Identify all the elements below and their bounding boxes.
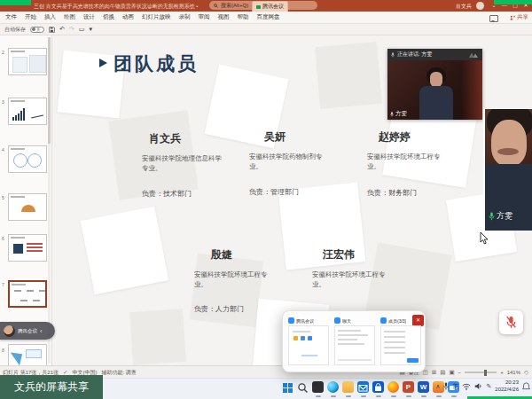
thumbnail-scrollbar-thumb[interactable] xyxy=(48,37,51,144)
member-name: 殷婕 xyxy=(211,247,232,262)
redo-icon: ↷ xyxy=(69,26,74,33)
mic-icon xyxy=(391,52,395,58)
qat-dropdown-icon[interactable]: ▾ xyxy=(89,26,92,33)
person-face xyxy=(430,72,442,87)
video-background xyxy=(461,60,482,120)
tab-transitions[interactable]: 切换 xyxy=(103,13,114,21)
slide-thumbnail-selected[interactable] xyxy=(8,280,47,308)
zoom-out-button[interactable]: − xyxy=(458,370,462,375)
pen-icon[interactable]: ✎ xyxy=(486,383,491,390)
meeting-speaker-window[interactable]: 正在讲话: 方雯 方雯 xyxy=(387,49,482,120)
window-preview-members[interactable]: 成员(3/3) ✕ xyxy=(380,316,421,367)
thumbnail-art xyxy=(11,348,27,365)
texture-square xyxy=(81,207,169,295)
slide-thumbnail[interactable] xyxy=(8,145,47,173)
tab-design[interactable]: 设计 xyxy=(83,13,95,21)
mic-muted-indicator[interactable] xyxy=(499,310,523,334)
account-avatar[interactable] xyxy=(476,2,484,10)
account-name[interactable]: 肖文兵 xyxy=(456,3,472,11)
running-indicator xyxy=(421,395,426,397)
slide-thumbnail[interactable] xyxy=(8,48,47,75)
thumbnail-art xyxy=(21,205,35,212)
window-preview-meeting[interactable]: 腾讯会议 xyxy=(288,316,329,367)
accessibility-status[interactable]: 辅助功能: 调查 xyxy=(101,369,136,377)
thumbnail-art xyxy=(27,250,43,252)
preview-thumbnail[interactable] xyxy=(380,325,421,365)
tab-baidu-netdisk[interactable]: 百度网盘 xyxy=(257,13,280,21)
zoom-level[interactable]: 141% xyxy=(507,370,520,375)
thumbnail-number: 3 xyxy=(2,99,4,105)
slide-thumbnail[interactable] xyxy=(8,344,47,365)
tab-draw[interactable]: 绘图 xyxy=(64,13,75,21)
thumbnail-art xyxy=(14,290,21,292)
thumbnail-art xyxy=(33,300,40,301)
texture-square xyxy=(190,254,264,328)
taskbar-icons: P W xyxy=(282,381,459,393)
zoom-in-button[interactable]: + xyxy=(500,370,504,375)
member-desc: 安徽科技学院环境工程专业。 xyxy=(312,270,397,289)
firefox-icon[interactable] xyxy=(387,381,399,393)
member-name: 吴妍 xyxy=(264,129,286,145)
tab-help[interactable]: 帮助 xyxy=(238,13,249,21)
tab-insert[interactable]: 插入 xyxy=(44,13,56,21)
mail-icon[interactable] xyxy=(357,381,369,393)
fit-slide-icon[interactable]: ◇ xyxy=(524,369,528,376)
thumbnail-art xyxy=(27,246,43,248)
thumbnail-art xyxy=(12,57,27,73)
slide-thumbnail[interactable] xyxy=(8,234,47,262)
share-button-label: 共享 xyxy=(517,13,528,21)
tab-home[interactable]: 开始 xyxy=(25,13,36,21)
slide-sorter-view-icon[interactable]: ⊞ xyxy=(432,369,436,376)
share-button[interactable]: 共享 xyxy=(510,13,528,21)
start-slideshow-icon[interactable]: ▭ xyxy=(79,26,85,33)
save-icon[interactable] xyxy=(49,27,55,33)
start-button-icon[interactable] xyxy=(282,381,293,393)
undo-icon[interactable]: ↶ xyxy=(59,26,65,33)
taskbar-search-icon[interactable] xyxy=(297,381,309,393)
ime-indicator[interactable]: 英 xyxy=(452,382,458,391)
zoom-slider-handle[interactable] xyxy=(484,370,487,376)
tab-slideshow[interactable]: 幻灯片放映 xyxy=(142,13,171,21)
member-duty: 负责：人力部门 xyxy=(194,304,244,314)
taskbar-clock[interactable]: 20:23 2022/4/26 xyxy=(495,379,519,394)
zoom-slider[interactable] xyxy=(465,372,497,373)
chat-window-icon xyxy=(334,317,340,324)
tab-file[interactable]: 文件 xyxy=(5,13,17,21)
preview-thumbnail[interactable] xyxy=(334,325,375,365)
dark-app-icon[interactable] xyxy=(312,381,324,393)
ribbon-tab-row: 文件 开始 插入 绘图 设计 切换 动画 幻灯片放映 录制 审阅 视图 帮助 百… xyxy=(0,12,532,24)
window-preview-chat[interactable]: 聊天 xyxy=(334,316,375,367)
preview-art xyxy=(338,343,364,345)
preview-title: 腾讯会议 xyxy=(296,318,314,324)
tab-animations[interactable]: 动画 xyxy=(122,13,134,21)
tab-record[interactable]: 录制 xyxy=(179,13,191,21)
word-icon[interactable]: W xyxy=(418,381,429,393)
speaker-window-header: 正在讲话: 方雯 xyxy=(387,49,482,60)
running-indicator xyxy=(391,395,396,397)
store-icon[interactable] xyxy=(372,381,384,393)
meeting-side-video-window[interactable]: 方雯 xyxy=(483,109,532,231)
file-explorer-icon[interactable] xyxy=(342,381,354,393)
comment-icon[interactable] xyxy=(489,15,498,22)
powerpoint-icon[interactable]: P xyxy=(403,381,414,393)
tencent-meeting-icon xyxy=(288,317,294,324)
collapse-chevron-icon[interactable]: ‹ xyxy=(40,327,43,335)
thumbnail-art xyxy=(12,108,25,121)
tray-mic-icon[interactable] xyxy=(443,382,449,390)
slideshow-view-icon[interactable]: ▣ xyxy=(449,369,454,376)
tab-review[interactable]: 审阅 xyxy=(199,13,210,21)
volume-icon[interactable] xyxy=(474,382,482,390)
preview-thumbnail[interactable] xyxy=(288,325,329,365)
slide-thumbnail[interactable] xyxy=(8,98,47,125)
notification-bell-icon[interactable] xyxy=(522,382,530,391)
meeting-floating-bar[interactable]: 腾讯会议 ‹ xyxy=(0,322,55,340)
thumbnail-art xyxy=(20,300,27,301)
slide-thumbnail[interactable] xyxy=(8,193,47,221)
reading-view-icon[interactable]: ▤ xyxy=(440,369,445,376)
wifi-icon[interactable] xyxy=(462,383,471,390)
tray-chevron-icon[interactable]: ∧ xyxy=(435,383,440,390)
thumbnail-art xyxy=(12,284,26,286)
autosave-toggle[interactable]: 关 xyxy=(30,27,44,33)
edge-icon[interactable] xyxy=(327,381,339,393)
tab-view[interactable]: 视图 xyxy=(218,13,230,21)
